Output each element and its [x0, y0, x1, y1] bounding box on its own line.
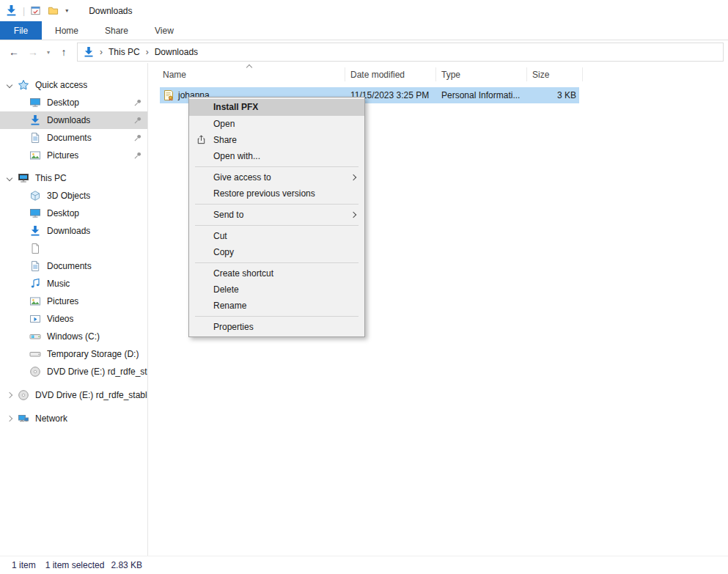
menu-item-label: Give access to [213, 172, 271, 183]
breadcrumb-this-pc[interactable]: This PC [106, 47, 143, 57]
sidebar-item-desktop-qa[interactable]: Desktop [0, 94, 147, 111]
music-icon [29, 278, 41, 290]
collapsed-chevron-icon[interactable] [7, 392, 12, 398]
pin-icon [133, 151, 142, 160]
tab-file[interactable]: File [0, 21, 42, 40]
pfx-certificate-file-icon [163, 89, 174, 101]
sidebar-item-label: Temporary Storage (D:) [47, 349, 139, 359]
sidebar-item-label: Network [35, 413, 67, 424]
menu-item-delete[interactable]: Delete [189, 282, 364, 298]
sort-ascending-icon [246, 65, 252, 70]
column-divider[interactable] [435, 67, 436, 81]
windows-drive-icon [29, 331, 41, 342]
window-title: Downloads [89, 6, 132, 16]
pin-icon [133, 98, 142, 107]
menu-item-label: Open [213, 119, 235, 129]
menu-item-install-pfx[interactable]: Install PFX [189, 99, 364, 116]
menu-item-label: Properties [213, 322, 254, 332]
downloads-icon [29, 114, 41, 126]
properties-qat-icon[interactable] [30, 5, 41, 16]
sidebar-item-dvd-drive-e[interactable]: DVD Drive (E:) rd_rdfe_stable [0, 363, 147, 380]
column-header-date-modified[interactable]: Date modified [350, 70, 405, 80]
file-type: Personal Informati... [441, 90, 520, 100]
menu-item-properties[interactable]: Properties [189, 319, 364, 335]
menu-item-send-to[interactable]: Send to [189, 207, 364, 223]
back-button[interactable]: ← [4, 46, 23, 58]
ribbon-tabs: File Home Share View [0, 21, 728, 40]
dvd-icon [18, 389, 29, 401]
menu-item-open[interactable]: Open [189, 116, 364, 132]
selection-count: 1 item selected [45, 560, 105, 570]
menu-item-label: Delete [213, 284, 239, 295]
sidebar-item-quick-access[interactable]: Quick access [0, 76, 147, 94]
breadcrumb-downloads[interactable]: Downloads [152, 47, 201, 57]
address-bar: ← → ▾ ↑ › This PC › Downloads [0, 41, 728, 63]
sidebar-item-temporary-storage-d[interactable]: Temporary Storage (D:) [0, 345, 147, 363]
blank-file-icon [29, 243, 41, 254]
this-pc-icon [18, 172, 29, 184]
expand-chevron-icon[interactable] [7, 82, 12, 88]
context-menu: Install PFX Open Share Open with... Give… [188, 97, 365, 337]
menu-item-open-with[interactable]: Open with... [189, 148, 364, 164]
menu-item-give-access-to[interactable]: Give access to [189, 169, 364, 185]
sidebar-item-pictures[interactable]: Pictures [0, 292, 147, 310]
documents-icon [29, 260, 41, 272]
pin-icon [133, 133, 142, 142]
menu-item-copy[interactable]: Copy [189, 244, 364, 260]
qat-separator: | [23, 6, 25, 16]
sidebar-item-videos[interactable]: Videos [0, 310, 147, 328]
sidebar-item-dvd-drive-root[interactable]: DVD Drive (E:) rd_rdfe_stable. [0, 386, 147, 404]
sidebar-item-desktop[interactable]: Desktop [0, 205, 147, 222]
breadcrumb[interactable]: › This PC › Downloads [77, 43, 724, 62]
expand-chevron-icon[interactable] [7, 175, 12, 181]
tab-view[interactable]: View [141, 21, 187, 40]
column-header-name[interactable]: Name [163, 70, 186, 80]
sidebar-item-unnamed[interactable] [0, 240, 147, 257]
sidebar-item-label: Documents [47, 133, 92, 143]
sidebar-item-pictures-qa[interactable]: Pictures [0, 147, 147, 164]
sidebar-item-downloads-qa[interactable]: Downloads [0, 111, 147, 129]
tab-share[interactable]: Share [92, 21, 141, 40]
sidebar-item-documents-qa[interactable]: Documents [0, 129, 147, 147]
quick-access-star-icon [18, 79, 29, 91]
column-divider[interactable] [582, 67, 583, 81]
column-header-type[interactable]: Type [441, 70, 460, 80]
menu-item-restore-previous-versions[interactable]: Restore previous versions [189, 185, 364, 202]
sidebar-item-label: Downloads [47, 226, 90, 236]
menu-item-label: Share [213, 135, 237, 145]
menu-item-label: Send to [213, 210, 243, 220]
collapsed-chevron-icon[interactable] [7, 416, 12, 422]
menu-item-label: Cut [213, 231, 227, 241]
3d-objects-icon [29, 190, 41, 202]
menu-item-label: Copy [213, 247, 234, 257]
menu-item-label: Rename [213, 301, 246, 311]
sidebar-item-label: Pictures [47, 150, 78, 161]
sidebar-item-documents[interactable]: Documents [0, 257, 147, 275]
menu-item-rename[interactable]: Rename [189, 298, 364, 314]
tab-home[interactable]: Home [42, 21, 92, 40]
menu-item-cut[interactable]: Cut [189, 228, 364, 244]
downloads-icon [29, 225, 41, 237]
up-button[interactable]: ↑ [54, 46, 73, 58]
menu-item-create-shortcut[interactable]: Create shortcut [189, 265, 364, 282]
recent-locations-chevron-icon[interactable]: ▾ [43, 49, 54, 56]
menu-separator [195, 225, 359, 226]
sidebar-item-3d-objects[interactable]: 3D Objects [0, 187, 147, 205]
column-divider[interactable] [345, 67, 345, 81]
sidebar-item-this-pc[interactable]: This PC [0, 169, 147, 187]
breadcrumb-downloads-icon [83, 46, 95, 58]
new-folder-qat-icon[interactable] [48, 5, 59, 16]
menu-item-label: Install PFX [213, 102, 258, 112]
sidebar-item-network[interactable]: Network [0, 410, 147, 427]
column-header-size[interactable]: Size [532, 70, 549, 80]
sidebar-item-label: Videos [47, 314, 73, 324]
sidebar-item-music[interactable]: Music [0, 275, 147, 292]
column-divider[interactable] [526, 67, 527, 81]
qat-customize-chevron-icon[interactable]: ▾ [65, 7, 68, 14]
sidebar-item-downloads[interactable]: Downloads [0, 222, 147, 240]
window-downloads-icon [5, 4, 18, 17]
menu-item-label: Restore previous versions [213, 188, 315, 199]
menu-item-share[interactable]: Share [189, 132, 364, 148]
sidebar-item-windows-c[interactable]: Windows (C:) [0, 328, 147, 345]
forward-button[interactable]: → [23, 46, 43, 58]
